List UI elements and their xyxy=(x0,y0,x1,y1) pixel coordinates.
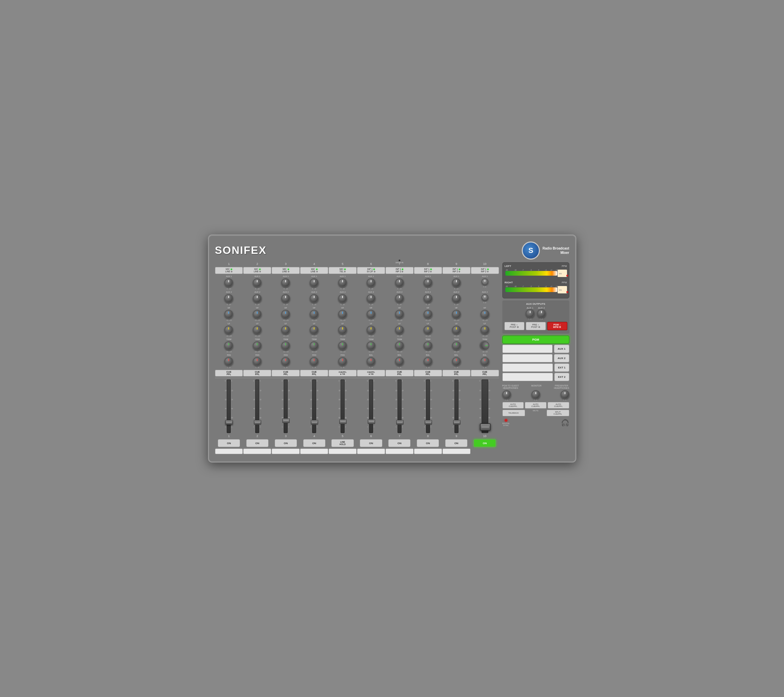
assign-btn-ch4[interactable] xyxy=(300,448,328,454)
fader-handle-ch5[interactable] xyxy=(339,419,347,424)
trim-knob-ch10[interactable] xyxy=(481,341,489,350)
pre-post-btn-2[interactable]: PRE ○POST ⚙ xyxy=(526,322,546,330)
aux2-knob-ch6[interactable] xyxy=(367,294,376,303)
hf-knob-ch3[interactable] xyxy=(281,310,290,318)
assign-btn-ch2[interactable] xyxy=(243,448,271,454)
fader-handle-ch4[interactable] xyxy=(311,420,318,425)
bal-knob-ch6[interactable] xyxy=(367,357,376,366)
assign-btn-ch1[interactable] xyxy=(215,448,243,454)
assign-btn-ch6[interactable] xyxy=(357,448,385,454)
cue-btn-ch9[interactable]: CUEPFL xyxy=(442,370,471,376)
aux2-assign-btn[interactable]: AUX 2 xyxy=(554,354,569,363)
aux1-knob-ch3[interactable] xyxy=(281,278,290,287)
on-btn-ch1[interactable]: ON xyxy=(218,439,240,447)
trim-knob-ch2[interactable] xyxy=(253,341,262,350)
input-type-ch2[interactable]: MIC LINE ⚙ xyxy=(243,267,271,274)
auto-cue-pfl-btn-2[interactable]: AUTOCUE/PFL xyxy=(525,402,547,409)
cue-btn-ch8[interactable]: CUEPFL xyxy=(414,370,442,376)
hf-knob-ch4[interactable] xyxy=(310,310,318,318)
on-btn-ch9[interactable]: ON xyxy=(445,439,468,447)
aux1-knob-ch4[interactable] xyxy=(310,278,318,287)
lf-knob-ch3[interactable] xyxy=(281,326,290,334)
pan-knob-ch1[interactable] xyxy=(224,357,233,366)
on-btn-ch2[interactable]: ON xyxy=(246,439,268,447)
bal-knob-ch8[interactable] xyxy=(424,357,432,366)
lf-knob-ch1[interactable] xyxy=(224,326,233,334)
cue-btn-ch6[interactable]: CUE/PFL& T/B xyxy=(357,370,385,376)
empty-btn-3[interactable] xyxy=(502,363,553,372)
fader-handle-ch3[interactable] xyxy=(282,419,290,423)
aux2-knob-ch9[interactable] xyxy=(452,294,461,303)
hf-knob-ch6[interactable] xyxy=(367,310,376,318)
on-btn-ch3[interactable]: ON xyxy=(275,439,297,447)
lf-knob-ch2[interactable] xyxy=(253,326,262,334)
split-cue-pfl-btn[interactable]: SPLITCUE/PFL xyxy=(547,410,569,416)
lf-knob-ch4[interactable] xyxy=(310,326,318,334)
aux1-knob-ch9[interactable] xyxy=(452,278,461,287)
fader-handle-ch2[interactable] xyxy=(254,420,261,425)
input-type-ch7[interactable]: INP 1 INP 2 ⚙ xyxy=(385,267,413,274)
aux1-assign-btn[interactable]: AUX 1 xyxy=(554,344,569,353)
aux2-knob-ch1[interactable] xyxy=(224,294,233,303)
cue-btn-ch10[interactable]: CUEPFL xyxy=(471,370,499,376)
hf-knob-ch10[interactable] xyxy=(481,310,489,318)
trim-knob-ch8[interactable] xyxy=(424,341,432,350)
aux2-knob-ch2[interactable] xyxy=(253,294,262,303)
trim-knob-ch4[interactable] xyxy=(310,341,318,350)
talkback-btn[interactable]: TALKBACK xyxy=(502,410,525,416)
input-type-ch10[interactable]: INP 1 INP 2 ⚙ xyxy=(471,267,499,274)
pre-post-btn-1[interactable]: PRE ○POST ⚙ xyxy=(504,322,524,330)
cue-btn-ch4[interactable]: CUEPFL xyxy=(300,370,328,376)
trim-knob-ch9[interactable] xyxy=(452,341,461,350)
pan-knob-ch4[interactable] xyxy=(310,357,318,366)
pgm-guest-knob[interactable] xyxy=(502,390,511,399)
assign-btn-ch7[interactable] xyxy=(385,448,413,454)
bal-knob-ch10[interactable] xyxy=(481,357,489,366)
assign-btn-ch3[interactable] xyxy=(272,448,300,454)
cue-btn-ch5[interactable]: CUE/PFL& T/B xyxy=(329,370,357,376)
input-type-ch3[interactable]: MIC LINE ⚙ xyxy=(272,267,300,274)
pan-knob-ch3[interactable] xyxy=(281,357,290,366)
aux2-knob-ch7[interactable] xyxy=(395,294,404,303)
on-btn-ch8[interactable]: ON xyxy=(417,439,439,447)
monitor-knob[interactable] xyxy=(532,390,540,399)
input-type-ch9[interactable]: INP 1 INP 2 ⚙ xyxy=(442,267,471,274)
ext1-assign-btn[interactable]: EXT 1 xyxy=(554,363,569,372)
on-btn-ch5[interactable]: LINEHOLD xyxy=(331,439,354,447)
input-type-ch5[interactable]: MIC TEL ⚙ xyxy=(329,267,357,274)
on-btn-ch10[interactable]: ON xyxy=(474,439,496,447)
trim-knob-ch6[interactable] xyxy=(367,341,376,350)
auto-cue-pfl-btn-3[interactable]: AUTOCUE/PFL xyxy=(548,402,569,409)
hf-knob-ch7[interactable] xyxy=(395,310,404,318)
aux2-knob-ch5[interactable] xyxy=(338,294,347,303)
fader-handle-ch8[interactable] xyxy=(425,420,432,425)
assign-btn-ch8[interactable] xyxy=(414,448,442,454)
cue-btn-ch2[interactable]: CUEPFL xyxy=(243,370,271,376)
aux1-knob-ch2[interactable] xyxy=(253,278,262,287)
aux1-knob-ch1[interactable] xyxy=(224,278,233,287)
assign-btn-ch9[interactable] xyxy=(442,448,471,454)
input-type-ch6[interactable]: INP 1 St C/F ⚙ xyxy=(357,267,385,274)
aux1-knob-ch10[interactable] xyxy=(482,278,488,285)
presenter-knob[interactable] xyxy=(561,390,569,399)
lf-knob-ch6[interactable] xyxy=(367,326,376,334)
pgm-assign-btn[interactable]: PGM xyxy=(502,336,569,344)
bal-knob-ch7[interactable] xyxy=(395,357,404,366)
aux1-knob-ch5[interactable] xyxy=(338,278,347,287)
fader-handle-ch9[interactable] xyxy=(453,420,461,425)
aux1-knob-ch6[interactable] xyxy=(367,278,376,287)
lf-knob-ch9[interactable] xyxy=(452,326,461,334)
hf-knob-ch9[interactable] xyxy=(452,310,461,318)
pan-knob-ch5[interactable] xyxy=(338,357,347,366)
lf-knob-ch10[interactable] xyxy=(481,326,489,334)
aux2-knob-ch8[interactable] xyxy=(424,294,432,303)
empty-btn-4[interactable] xyxy=(502,373,553,381)
hf-knob-ch1[interactable] xyxy=(224,310,233,318)
aux2-knob-ch10[interactable] xyxy=(482,294,488,301)
fader-handle-ch7[interactable] xyxy=(396,420,404,425)
fader-handle-ch1[interactable] xyxy=(226,420,233,425)
trim-knob-ch1[interactable] xyxy=(224,341,233,350)
hf-knob-ch5[interactable] xyxy=(338,310,347,318)
fader-handle-ch10[interactable] xyxy=(480,423,491,431)
lf-knob-ch5[interactable] xyxy=(338,326,347,334)
